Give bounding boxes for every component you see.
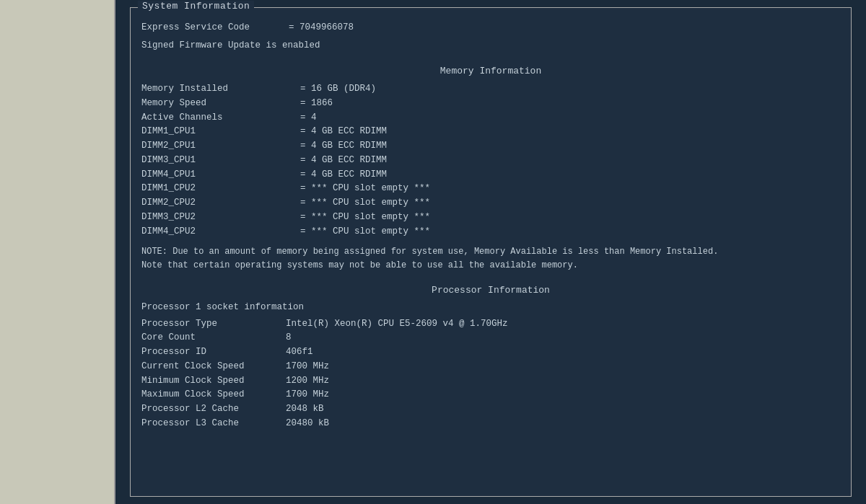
memory-row-label: DIMM1_CPU1 (141, 125, 300, 138)
proc-row-label: Maximum Clock Speed (141, 388, 286, 402)
memory-section-title: Memory Information (141, 64, 840, 79)
memory-row-label: DIMM3_CPU1 (141, 154, 300, 167)
memory-row-label: Memory Installed (141, 82, 300, 96)
memory-row-label: DIMM3_CPU2 (141, 211, 300, 224)
express-service-label: Express Service Code (141, 21, 286, 35)
main-content: System Information Express Service Code … (115, 0, 866, 504)
memory-row-value: = 4 GB ECC RDIMM (300, 168, 387, 182)
proc-row: Current Clock Speed1700 MHz (141, 360, 840, 373)
proc-row-label: Processor ID (141, 345, 286, 359)
memory-row-value: = *** CPU slot empty *** (300, 196, 430, 210)
memory-row-label: DIMM4_CPU2 (141, 225, 300, 239)
memory-row-label: DIMM2_CPU1 (141, 139, 300, 153)
proc-row-label: Processor L3 Cache (141, 417, 286, 430)
firmware-line: Signed Firmware Update is enabled (141, 39, 840, 53)
content-area: Express Service Code = 7049966078 Signed… (141, 21, 840, 430)
section-title: System Information (138, 1, 254, 12)
memory-row-value: = 4 GB ECC RDIMM (300, 154, 387, 167)
proc-row-value: 2048 kB (286, 402, 324, 416)
memory-row: Memory Speed= 1866 (141, 97, 840, 110)
proc-row-value: 8 (286, 331, 292, 345)
memory-row-label: DIMM2_CPU2 (141, 196, 300, 210)
proc-row: Processor ID406f1 (141, 345, 840, 359)
memory-row: DIMM3_CPU2= *** CPU slot empty *** (141, 211, 840, 224)
express-service-value: = 7049966078 (289, 21, 354, 35)
memory-row-value: = 1866 (300, 97, 333, 110)
express-service-row: Express Service Code = 7049966078 (141, 21, 840, 35)
proc-row-label: Current Clock Speed (141, 360, 286, 373)
memory-row-value: = 4 GB ECC RDIMM (300, 139, 387, 153)
processor-socket-label: Processor 1 socket information (141, 301, 840, 314)
proc-row-label: Core Count (141, 331, 286, 345)
memory-row: DIMM2_CPU2= *** CPU slot empty *** (141, 196, 840, 210)
proc-row-value: 20480 kB (286, 417, 329, 430)
memory-row-label: Memory Speed (141, 97, 300, 110)
processor-section: Processor Information Processor 1 socket… (141, 283, 840, 430)
memory-section: Memory Information Memory Installed= 16 … (141, 64, 840, 273)
memory-row-label: Active Channels (141, 111, 300, 125)
memory-row: DIMM2_CPU1= 4 GB ECC RDIMM (141, 139, 840, 153)
processor-table: Processor TypeIntel(R) Xeon(R) CPU E5-26… (141, 317, 840, 430)
proc-row: Minimum Clock Speed1200 MHz (141, 374, 840, 388)
memory-row: DIMM4_CPU1= 4 GB ECC RDIMM (141, 168, 840, 182)
memory-row: DIMM1_CPU2= *** CPU slot empty *** (141, 182, 840, 195)
memory-row-value: = 4 GB ECC RDIMM (300, 125, 387, 138)
memory-row: Memory Installed= 16 GB (DDR4) (141, 82, 840, 96)
system-info-box: System Information Express Service Code … (130, 7, 852, 497)
memory-row: DIMM3_CPU1= 4 GB ECC RDIMM (141, 154, 840, 167)
proc-row-value: 1700 MHz (286, 360, 329, 373)
proc-row-value: Intel(R) Xeon(R) CPU E5-2609 v4 @ 1.70GH… (286, 317, 508, 331)
proc-row-label: Processor L2 Cache (141, 402, 286, 416)
proc-row-label: Minimum Clock Speed (141, 374, 286, 388)
memory-table: Memory Installed= 16 GB (DDR4)Memory Spe… (141, 82, 840, 238)
proc-row-value: 1200 MHz (286, 374, 329, 388)
memory-row-value: = *** CPU slot empty *** (300, 211, 430, 224)
memory-row-value: = *** CPU slot empty *** (300, 225, 430, 239)
left-panel (0, 0, 115, 504)
memory-row-value: = 16 GB (DDR4) (300, 82, 376, 96)
memory-row-value: = *** CPU slot empty *** (300, 182, 430, 195)
memory-row-label: DIMM1_CPU2 (141, 182, 300, 195)
processor-section-title: Processor Information (141, 283, 840, 298)
proc-row: Processor TypeIntel(R) Xeon(R) CPU E5-26… (141, 317, 840, 331)
proc-row: Maximum Clock Speed1700 MHz (141, 388, 840, 402)
proc-row-label: Processor Type (141, 317, 286, 331)
proc-row: Core Count8 (141, 331, 840, 345)
memory-row: DIMM4_CPU2= *** CPU slot empty *** (141, 225, 840, 239)
memory-row: DIMM1_CPU1= 4 GB ECC RDIMM (141, 125, 840, 138)
proc-row-value: 406f1 (286, 345, 313, 359)
memory-row-label: DIMM4_CPU1 (141, 168, 300, 182)
memory-row-value: = 4 (300, 111, 317, 125)
memory-note: NOTE: Due to an amount of memory being a… (141, 245, 733, 272)
proc-row: Processor L2 Cache2048 kB (141, 402, 840, 416)
proc-row-value: 1700 MHz (286, 388, 329, 402)
memory-row: Active Channels= 4 (141, 111, 840, 125)
proc-row: Processor L3 Cache20480 kB (141, 417, 840, 430)
